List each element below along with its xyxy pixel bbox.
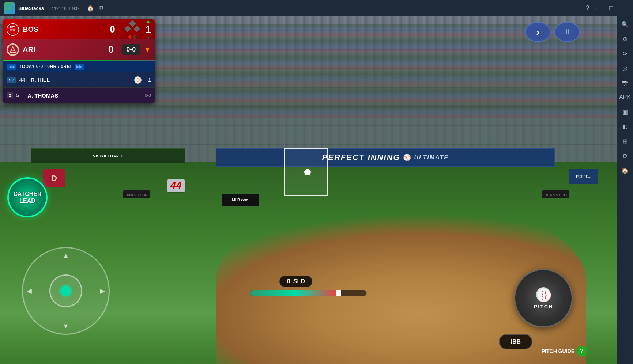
catcher-lead-line2: LEAD bbox=[19, 198, 35, 204]
dbacks-ad-right: DBACKS.COM bbox=[542, 190, 569, 198]
sidebar-apk-icon[interactable]: APK bbox=[619, 91, 631, 103]
multiapp-icon[interactable]: ⧉ bbox=[99, 5, 103, 12]
pitch-guide-label: PITCH GUIDE bbox=[542, 348, 574, 354]
minimize-icon[interactable]: − bbox=[602, 5, 605, 11]
sidebar-home-icon[interactable]: 🏠 bbox=[619, 164, 631, 176]
bos-abbr: BOS bbox=[23, 25, 107, 34]
pitcher-character: 44 bbox=[154, 148, 198, 251]
ball-dot-1 bbox=[128, 35, 132, 39]
strike-zone bbox=[284, 148, 328, 196]
pitch-guide-button[interactable]: PITCH GUIDE ? bbox=[542, 346, 587, 357]
mlb-logo: MLB.com bbox=[222, 194, 259, 206]
inning-number: 1 bbox=[145, 24, 151, 35]
bluestacks-logo bbox=[4, 2, 15, 14]
sidebar-grid-icon[interactable]: ⊞ bbox=[619, 135, 631, 147]
perfect-text: PERFE... bbox=[576, 175, 591, 179]
pause-button[interactable]: ⏸ bbox=[554, 22, 580, 42]
pitch-type-name: SLD bbox=[293, 278, 305, 285]
joystick-center-dot bbox=[60, 285, 71, 296]
maximize-icon[interactable]: □ bbox=[609, 5, 613, 11]
pitch-button-label: PITCH bbox=[534, 304, 553, 310]
pitch-button-ball bbox=[536, 287, 551, 302]
dbacks-text: DBACKS.COM bbox=[125, 193, 148, 197]
joystick-outer-ring: ▲ ▼ ◀ ▶ bbox=[22, 247, 110, 335]
dbacks-ad: DBACKS.COM bbox=[123, 190, 150, 198]
chase-field-icon-left: ● bbox=[121, 154, 123, 158]
batter-stats: 0-0 bbox=[145, 93, 151, 98]
bos-score: 0 bbox=[107, 24, 118, 35]
nav-arrows: › ⏸ bbox=[525, 22, 580, 42]
pitch-button[interactable]: PITCH bbox=[514, 269, 573, 327]
catcher-lead-text: CATCHER LEAD bbox=[13, 190, 41, 204]
catcher-lead-line1: CATCHER bbox=[13, 191, 41, 197]
bos-team-row: RED SOX BOS 0 bbox=[3, 19, 155, 39]
inning-down-arrow: ▼ bbox=[144, 45, 151, 53]
mlb-text: MLB.com bbox=[232, 198, 248, 202]
inning-arrow-down: ▼ bbox=[146, 35, 151, 41]
home-nav-icon[interactable]: 🏠 bbox=[87, 5, 94, 12]
joystick-right-arrow: ▶ bbox=[100, 287, 105, 295]
score-panel: RED SOX BOS 0 bbox=[3, 19, 155, 103]
sidebar-macro-icon[interactable]: ▣ bbox=[619, 106, 631, 118]
pitcher-name: R. HILL bbox=[31, 77, 134, 83]
batter-name: A. THOMAS bbox=[27, 92, 145, 99]
stats-bar: ◀◀ TODAY 0-0 / 0HR / 0RBI ▶▶ bbox=[3, 61, 155, 72]
pitch-type-number: 0 bbox=[287, 278, 290, 285]
joystick-up-arrow: ▲ bbox=[63, 252, 69, 259]
stadium-banner: PERFECT INNING ⚾ ULTIMATE bbox=[216, 148, 555, 167]
next-arrow-icon: › bbox=[536, 26, 539, 38]
help-icon[interactable]: ? bbox=[586, 5, 589, 11]
right-sidebar: 🔍 ⊕ ⟳ ◎ 📷 APK ▣ ◐ ⊞ ⚙ 🏠 bbox=[617, 0, 633, 364]
stats-text: TODAY 0-0 / 0HR / 0RBI bbox=[19, 64, 72, 69]
pitcher-number: 44 bbox=[19, 77, 29, 83]
pitch-type-display[interactable]: 0 SLD bbox=[279, 276, 313, 287]
svg-text:RED: RED bbox=[10, 26, 16, 29]
pitch-meter-fill bbox=[250, 290, 341, 296]
ibb-label: IBB bbox=[510, 338, 521, 345]
pitch-guide-question: ? bbox=[580, 348, 584, 354]
pitch-power-meter bbox=[250, 290, 367, 296]
pitcher-row: SP 44 R. HILL 1 bbox=[3, 72, 155, 88]
svg-rect-6 bbox=[129, 20, 136, 27]
sidebar-rotate-icon[interactable]: ⟳ bbox=[619, 48, 631, 59]
sidebar-location-icon[interactable]: ◎ bbox=[619, 62, 631, 74]
batter-position: 2 bbox=[7, 92, 13, 98]
svg-rect-7 bbox=[133, 26, 140, 32]
sidebar-settings-icon[interactable]: ⚙ bbox=[619, 150, 631, 162]
ibb-button[interactable]: IBB bbox=[499, 334, 532, 349]
joystick-control[interactable]: ▲ ▼ ◀ ▶ bbox=[22, 247, 110, 335]
ari-outfield-text: D bbox=[51, 174, 57, 183]
ari-team-row: ARI ARI 0 0-0 ▼ bbox=[3, 39, 155, 60]
stats-nav-left[interactable]: ◀◀ bbox=[7, 64, 16, 70]
inning-arrow-up: ▲ bbox=[146, 19, 151, 24]
ari-abbr: ARI bbox=[23, 45, 105, 54]
joystick-left-arrow: ◀ bbox=[27, 287, 32, 295]
svg-text:ARI: ARI bbox=[11, 49, 15, 52]
sidebar-search-icon[interactable]: 🔍 bbox=[619, 18, 631, 30]
stats-nav-right[interactable]: ▶▶ bbox=[75, 64, 84, 70]
titlebar: BlueStacks 5.7.121.1001 N32 🏠 ⧉ ? ≡ − □ … bbox=[0, 0, 633, 16]
svg-rect-8 bbox=[124, 26, 131, 32]
pause-icon: ⏸ bbox=[564, 28, 571, 36]
ari-logo: ARI bbox=[7, 43, 19, 56]
sidebar-add-icon[interactable]: ⊕ bbox=[619, 33, 631, 45]
ball-icon bbox=[134, 76, 142, 84]
app-title-text: BlueStacks 5.7.121.1001 N32 bbox=[18, 5, 79, 11]
pitch-guide-icon: ? bbox=[576, 346, 587, 357]
ari-score: 0 bbox=[105, 44, 116, 55]
bos-logo: RED SOX bbox=[7, 23, 19, 36]
mlb-logo-banner: ⚾ bbox=[403, 153, 411, 162]
titlebar-nav-icons: 🏠 ⧉ bbox=[87, 5, 103, 12]
hamburger-menu-icon[interactable]: ≡ bbox=[594, 5, 597, 11]
next-arrow-button[interactable]: › bbox=[525, 22, 551, 42]
pitch-meter-bar bbox=[250, 290, 367, 296]
catcher-lead-button[interactable]: CATCHER LEAD bbox=[7, 177, 48, 217]
batter-number: 5 bbox=[16, 92, 25, 98]
joystick-inner-ring bbox=[49, 274, 82, 307]
chase-field-ad-left: CHASE FIELD bbox=[93, 154, 119, 158]
sidebar-camera-icon[interactable]: 📷 bbox=[619, 77, 631, 88]
pitch-meter-indicator bbox=[336, 290, 341, 296]
sidebar-screen-icon[interactable]: ◐ bbox=[619, 121, 631, 132]
banner-title: PERFECT INNING bbox=[322, 153, 400, 162]
pitch-ball-indicator bbox=[304, 169, 311, 175]
